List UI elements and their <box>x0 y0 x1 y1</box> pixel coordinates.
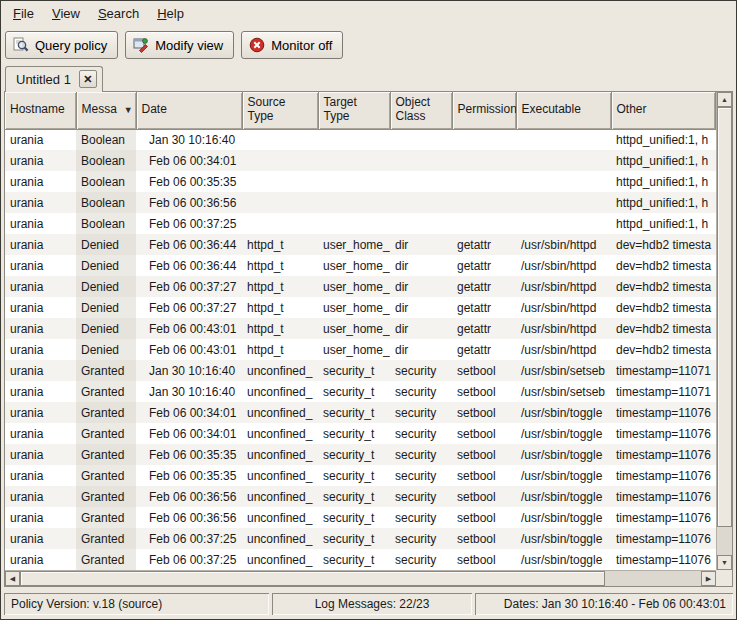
cell-target: security_t <box>318 507 390 528</box>
menu-view[interactable]: View <box>43 2 89 25</box>
menu-file[interactable]: File <box>4 2 43 25</box>
log-messages-text: Log Messages: 22/23 <box>315 597 430 611</box>
cell-target: security_t <box>318 549 390 570</box>
table-row[interactable]: uraniaDeniedFeb 06 00:36:44httpd_tuser_h… <box>5 255 716 276</box>
cell-permission: setbool <box>452 360 516 381</box>
cell-permission <box>452 129 516 150</box>
close-icon: ✕ <box>83 74 92 85</box>
cell-object_class: security <box>390 444 452 465</box>
cell-hostname: urania <box>5 255 76 276</box>
table-row[interactable]: uraniaBooleanFeb 06 00:36:56httpd_unifie… <box>5 192 716 213</box>
cell-object_class: security <box>390 465 452 486</box>
column-header-executable[interactable]: Executable <box>516 92 611 129</box>
query-policy-button[interactable]: Query policy <box>5 31 118 59</box>
table-row[interactable]: uraniaGrantedJan 30 10:16:40unconfined_s… <box>5 381 716 402</box>
cell-other: dev=hdb2 timesta <box>611 318 716 339</box>
table-row[interactable]: uraniaBooleanJan 30 10:16:40httpd_unifie… <box>5 129 716 150</box>
cell-permission: getattr <box>452 339 516 360</box>
column-header-hostname[interactable]: Hostname <box>5 92 76 129</box>
cell-source <box>242 150 318 171</box>
scroll-left-icon[interactable]: ◀ <box>5 571 20 586</box>
menu-help[interactable]: Help <box>148 2 193 25</box>
cell-message: Boolean <box>76 150 136 171</box>
table-row[interactable]: uraniaGrantedFeb 06 00:34:01unconfined_s… <box>5 402 716 423</box>
table-row[interactable]: uraniaDeniedFeb 06 00:37:27httpd_tuser_h… <box>5 276 716 297</box>
cell-target: user_home_ <box>318 339 390 360</box>
cell-hostname: urania <box>5 276 76 297</box>
cell-message: Granted <box>76 486 136 507</box>
cell-date: Feb 06 00:36:56 <box>136 507 242 528</box>
table-row[interactable]: uraniaGrantedFeb 06 00:35:35unconfined_s… <box>5 465 716 486</box>
modify-view-button[interactable]: Modify view <box>125 31 234 59</box>
cell-message: Boolean <box>76 213 136 234</box>
toolbar: Query policy Modify view Monitor off <box>1 26 736 64</box>
table-row[interactable]: uraniaGrantedJan 30 10:16:40unconfined_s… <box>5 360 716 381</box>
cell-executable: /usr/sbin/httpd <box>516 255 611 276</box>
vertical-scrollbar[interactable]: ▲ ▼ <box>716 92 732 570</box>
cell-source: unconfined_ <box>242 465 318 486</box>
cell-permission: setbool <box>452 381 516 402</box>
cell-other: httpd_unified:1, h <box>611 150 716 171</box>
column-header-permission[interactable]: Permission <box>452 92 516 129</box>
cell-source <box>242 171 318 192</box>
cell-object_class <box>390 192 452 213</box>
column-header-object-class[interactable]: Object Class <box>390 92 452 129</box>
cell-target: user_home_ <box>318 276 390 297</box>
tab-close-button[interactable]: ✕ <box>79 70 97 88</box>
cell-executable: /usr/sbin/httpd <box>516 234 611 255</box>
menu-search[interactable]: Search <box>89 2 148 25</box>
scroll-up-icon[interactable]: ▲ <box>717 92 732 107</box>
magnifier-icon <box>13 37 29 53</box>
scroll-down-icon[interactable]: ▼ <box>717 555 732 570</box>
cell-object_class: dir <box>390 234 452 255</box>
cell-message: Boolean <box>76 129 136 150</box>
horizontal-scrollbar-thumb[interactable] <box>20 571 605 586</box>
column-header-message[interactable]: Messa▼ <box>76 92 136 129</box>
table-row[interactable]: uraniaDeniedFeb 06 00:36:44httpd_tuser_h… <box>5 234 716 255</box>
column-header-target-type[interactable]: Target Type <box>318 92 390 129</box>
table-row[interactable]: uraniaGrantedFeb 06 00:36:56unconfined_s… <box>5 486 716 507</box>
cell-source: unconfined_ <box>242 402 318 423</box>
cell-other: httpd_unified:1, h <box>611 192 716 213</box>
column-label: Source Type <box>248 95 286 123</box>
table-row[interactable]: uraniaBooleanFeb 06 00:34:01httpd_unifie… <box>5 150 716 171</box>
cell-hostname: urania <box>5 549 76 570</box>
column-header-source-type[interactable]: Source Type <box>242 92 318 129</box>
horizontal-scrollbar[interactable]: ◀ ▶ <box>5 570 716 586</box>
table-row[interactable]: uraniaGrantedFeb 06 00:37:25unconfined_s… <box>5 528 716 549</box>
column-header-date[interactable]: Date <box>136 92 242 129</box>
dates-status: Dates: Jan 30 10:16:40 - Feb 06 00:43:01 <box>475 593 733 615</box>
cell-source: unconfined_ <box>242 549 318 570</box>
table-row[interactable]: uraniaBooleanFeb 06 00:35:35httpd_unifie… <box>5 171 716 192</box>
monitor-off-button[interactable]: Monitor off <box>241 31 343 59</box>
cell-hostname: urania <box>5 192 76 213</box>
tab-untitled-1[interactable]: Untitled 1 ✕ <box>5 66 103 92</box>
cell-hostname: urania <box>5 129 76 150</box>
cell-hostname: urania <box>5 423 76 444</box>
cell-source <box>242 213 318 234</box>
table-row[interactable]: uraniaDeniedFeb 06 00:43:01httpd_tuser_h… <box>5 318 716 339</box>
table-row[interactable]: uraniaGrantedFeb 06 00:37:25unconfined_s… <box>5 549 716 570</box>
cell-executable: /usr/sbin/toggle <box>516 507 611 528</box>
cell-other: httpd_unified:1, h <box>611 129 716 150</box>
tab-label: Untitled 1 <box>16 72 71 87</box>
table-row[interactable]: uraniaGrantedFeb 06 00:36:56unconfined_s… <box>5 507 716 528</box>
table-row[interactable]: uraniaDeniedFeb 06 00:43:01httpd_tuser_h… <box>5 339 716 360</box>
cell-message: Denied <box>76 234 136 255</box>
cell-object_class: security <box>390 402 452 423</box>
table-row[interactable]: uraniaDeniedFeb 06 00:37:27httpd_tuser_h… <box>5 297 716 318</box>
table-row[interactable]: uraniaGrantedFeb 06 00:34:01unconfined_s… <box>5 423 716 444</box>
column-header-other[interactable]: Other <box>611 92 716 129</box>
table-row[interactable]: uraniaGrantedFeb 06 00:35:35unconfined_s… <box>5 444 716 465</box>
cell-other: timestamp=11071 <box>611 381 716 402</box>
scroll-right-icon[interactable]: ▶ <box>701 571 716 586</box>
cell-executable <box>516 150 611 171</box>
table-row[interactable]: uraniaBooleanFeb 06 00:37:25httpd_unifie… <box>5 213 716 234</box>
cell-other: timestamp=11076 <box>611 465 716 486</box>
cell-date: Feb 06 00:36:44 <box>136 234 242 255</box>
log-view: Hostname Messa▼ Date Source Type Target … <box>4 91 733 587</box>
log-table: Hostname Messa▼ Date Source Type Target … <box>5 92 716 570</box>
cell-other: timestamp=11076 <box>611 444 716 465</box>
dates-text: Dates: Jan 30 10:16:40 - Feb 06 00:43:01 <box>504 597 726 611</box>
vertical-scrollbar-thumb[interactable] <box>717 107 732 527</box>
